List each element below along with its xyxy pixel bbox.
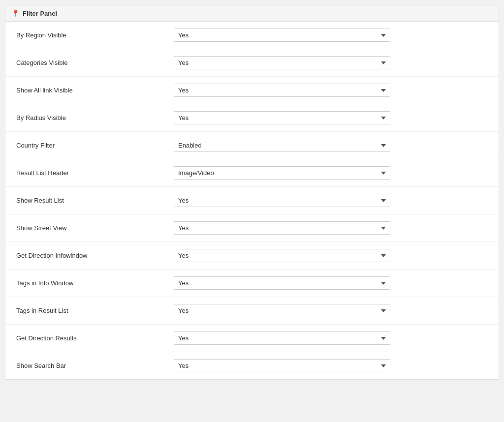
form-row-categories-visible: Categories VisibleYesNo: [5, 49, 499, 77]
form-row-tags-in-info-window: Tags in Info WindowYesNo: [5, 270, 499, 297]
form-row-get-direction-infowindow: Get Direction InfowindowYesNo: [5, 242, 499, 270]
select-categories-visible[interactable]: YesNo: [174, 56, 390, 69]
form-row-show-street-view: Show Street ViewYesNo: [5, 214, 499, 242]
select-tags-in-info-window[interactable]: YesNo: [174, 276, 390, 290]
control-wrap-get-direction-results: YesNo: [174, 332, 493, 345]
select-show-street-view[interactable]: YesNo: [174, 221, 390, 235]
select-by-radius-visible[interactable]: YesNo: [174, 111, 390, 124]
form-row-show-search-bar: Show Search BarYesNo: [5, 352, 499, 379]
select-get-direction-results[interactable]: YesNo: [174, 332, 390, 345]
form-row-result-list-header: Result List HeaderImage/VideoNoneText: [5, 159, 499, 187]
control-wrap-categories-visible: YesNo: [174, 56, 493, 69]
filter-panel: 📍 Filter Panel By Region VisibleYesNoCat…: [5, 5, 499, 380]
select-tags-in-result-list[interactable]: YesNo: [174, 304, 390, 317]
label-get-direction-results: Get Direction Results: [11, 334, 174, 342]
label-by-radius-visible: By Radius Visible: [11, 114, 174, 121]
label-show-result-list: Show Result List: [11, 197, 174, 204]
form-row-show-all-link-visible: Show All link VisibleYesNo: [5, 77, 499, 104]
select-show-search-bar[interactable]: YesNo: [174, 359, 390, 372]
control-wrap-show-result-list: YesNo: [174, 194, 493, 207]
label-show-all-link-visible: Show All link Visible: [11, 87, 174, 94]
pin-icon: 📍: [11, 9, 20, 17]
control-wrap-show-all-link-visible: YesNo: [174, 84, 493, 97]
panel-header: 📍 Filter Panel: [5, 5, 499, 22]
select-show-result-list[interactable]: YesNo: [174, 194, 390, 207]
label-country-filter: Country Filter: [11, 142, 174, 149]
form-row-get-direction-results: Get Direction ResultsYesNo: [5, 325, 499, 352]
form-rows-container: By Region VisibleYesNoCategories Visible…: [5, 22, 499, 379]
label-tags-in-info-window: Tags in Info Window: [11, 279, 174, 287]
label-show-search-bar: Show Search Bar: [11, 362, 174, 369]
select-by-region-visible[interactable]: YesNo: [174, 29, 390, 42]
label-get-direction-infowindow: Get Direction Infowindow: [11, 252, 174, 259]
form-row-country-filter: Country FilterEnabledDisabled: [5, 132, 499, 159]
panel-title: Filter Panel: [23, 10, 57, 17]
control-wrap-show-search-bar: YesNo: [174, 359, 493, 372]
control-wrap-result-list-header: Image/VideoNoneText: [174, 166, 493, 180]
form-row-by-region-visible: By Region VisibleYesNo: [5, 22, 499, 49]
control-wrap-by-region-visible: YesNo: [174, 29, 493, 42]
control-wrap-by-radius-visible: YesNo: [174, 111, 493, 124]
form-row-by-radius-visible: By Radius VisibleYesNo: [5, 104, 499, 132]
control-wrap-tags-in-result-list: YesNo: [174, 304, 493, 317]
form-row-show-result-list: Show Result ListYesNo: [5, 187, 499, 214]
label-tags-in-result-list: Tags in Result List: [11, 307, 174, 314]
control-wrap-tags-in-info-window: YesNo: [174, 276, 493, 290]
label-categories-visible: Categories Visible: [11, 59, 174, 66]
select-country-filter[interactable]: EnabledDisabled: [174, 139, 390, 152]
control-wrap-country-filter: EnabledDisabled: [174, 139, 493, 152]
label-result-list-header: Result List Header: [11, 169, 174, 177]
form-row-tags-in-result-list: Tags in Result ListYesNo: [5, 297, 499, 325]
select-result-list-header[interactable]: Image/VideoNoneText: [174, 166, 390, 180]
select-get-direction-infowindow[interactable]: YesNo: [174, 249, 390, 262]
control-wrap-show-street-view: YesNo: [174, 221, 493, 235]
select-show-all-link-visible[interactable]: YesNo: [174, 84, 390, 97]
control-wrap-get-direction-infowindow: YesNo: [174, 249, 493, 262]
label-show-street-view: Show Street View: [11, 224, 174, 232]
label-by-region-visible: By Region Visible: [11, 31, 174, 39]
